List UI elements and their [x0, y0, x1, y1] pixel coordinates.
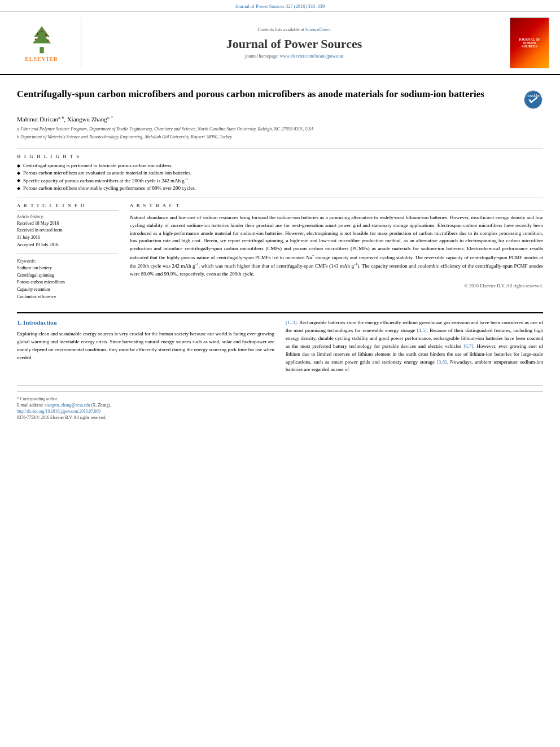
- svg-point-4: [45, 34, 46, 36]
- highlights-label: H I G H L I G H T S: [17, 154, 543, 159]
- email-line: E-mail address: xiangwu_zhang@ncsu.edu (…: [17, 403, 543, 408]
- contents-available-text: Contents lists available at ScienceDirec…: [258, 27, 331, 32]
- elsevier-logo: ELSEVIER: [19, 24, 64, 62]
- article-title-section: Centrifugally-spun carbon microfibers an…: [17, 88, 543, 110]
- keyword-3: Porous carbon microfibers: [17, 279, 119, 286]
- affiliation-a: a Fiber and Polymer Science Program, Dep…: [17, 126, 543, 133]
- journal-center-info: Contents lists available at ScienceDirec…: [87, 18, 501, 68]
- copyright-line: © 2016 Elsevier B.V. All rights reserved…: [130, 283, 543, 289]
- affiliation-b: b Department of Materials Science and Na…: [17, 134, 543, 141]
- affiliations: a Fiber and Polymer Science Program, Dep…: [17, 126, 543, 141]
- keywords-label: Keywords:: [17, 259, 119, 264]
- bullet-4: ◆: [17, 186, 20, 191]
- intro-left-col: 1. Introduction Exploring clean and sust…: [17, 319, 274, 374]
- corresponding-author-note: * Corresponding author.: [17, 396, 543, 401]
- divider-keywords: [17, 254, 119, 254]
- highlight-item-2: ◆ Porous carbon microfibers are evaluate…: [17, 170, 543, 176]
- journal-reference-bar: Journal of Power Sources 327 (2016) 333–…: [0, 0, 560, 12]
- keyword-2: Centrifugal spinning: [17, 272, 119, 279]
- highlight-item-3: ◆ Specific capacity of porous carbon mic…: [17, 177, 543, 184]
- svg-text:CrossMark: CrossMark: [524, 94, 543, 98]
- keyword-1: Sodium-ion battery: [17, 265, 119, 272]
- email-suffix: (X. Zhang).: [91, 403, 111, 408]
- received-revised: Received in revised form11 July 2016: [17, 227, 119, 242]
- author2-name: Xiangwu Zhang: [67, 116, 107, 123]
- journal-reference-text: Journal of Power Sources 327 (2016) 333–…: [235, 3, 325, 9]
- highlight-text-1: Centrifugal spinning is performed to fab…: [23, 163, 173, 168]
- svg-rect-0: [40, 47, 43, 53]
- keyword-5: Coulombic efficiency: [17, 294, 119, 301]
- abstract-column: A B S T R A C T Natural abundance and lo…: [130, 203, 543, 301]
- author2-superscript: a, *: [107, 115, 113, 120]
- sciencedirect-link[interactable]: ScienceDirect: [305, 27, 331, 32]
- ref-3-8[interactable]: [3,8]: [437, 359, 447, 365]
- article-info-column: A R T I C L E I N F O Article history: R…: [17, 203, 119, 301]
- keywords-list: Sodium-ion battery Centrifugal spinning …: [17, 265, 119, 301]
- divider-after-affiliations: [17, 148, 543, 149]
- svg-marker-2: [32, 33, 51, 43]
- article-info-abstract-section: A R T I C L E I N F O Article history: R…: [17, 203, 543, 301]
- journal-title: Journal of Power Sources: [226, 37, 362, 51]
- article-title: Centrifugally-spun carbon microfibers an…: [17, 88, 518, 101]
- ref-6-7[interactable]: [6,7]: [463, 343, 473, 349]
- issn-line: 0378-7753/© 2016 Elsevier B.V. All right…: [17, 415, 543, 420]
- affiliation-a-text: a Fiber and Polymer Science Program, Dep…: [17, 126, 313, 133]
- footer-divider: [17, 391, 543, 392]
- svg-point-7: [47, 40, 49, 41]
- author-email[interactable]: xiangwu_zhang@ncsu.edu: [45, 403, 90, 408]
- main-content: Centrifugally-spun carbon microfibers an…: [0, 75, 560, 426]
- highlights-section: H I G H L I G H T S ◆ Centrifugal spinni…: [17, 154, 543, 191]
- article-info-label: A R T I C L E I N F O: [17, 203, 119, 211]
- received-initial: Received 18 May 2016: [17, 220, 119, 228]
- footer-links: http://dx.doi.org/10.1016/j.jpowsour.201…: [17, 409, 543, 414]
- journal-cover-image: JOURNAL OFPOWERSOURCES: [510, 18, 549, 68]
- ref-4-5[interactable]: [4,5]: [417, 327, 427, 333]
- svg-point-3: [37, 33, 38, 35]
- elsevier-logo-section: ELSEVIER: [8, 18, 81, 68]
- highlight-item-4: ◆ Porous carbon microfibers show stable …: [17, 185, 543, 191]
- journal-header: ELSEVIER Contents lists available at Sci…: [0, 12, 560, 75]
- abstract-label: A B S T R A C T: [130, 203, 543, 211]
- intro-number: 1.: [17, 319, 23, 326]
- intro-right-col: [1–3]. Rechargeable batteries store the …: [286, 319, 543, 374]
- crossmark-icon[interactable]: CrossMark: [523, 90, 543, 110]
- abstract-text: Natural abundance and low cost of sodium…: [130, 214, 543, 279]
- doi-link[interactable]: http://dx.doi.org/10.1016/j.jpowsour.201…: [17, 409, 100, 414]
- intro-title: Introduction: [23, 319, 57, 326]
- elsevier-text: ELSEVIER: [25, 56, 58, 62]
- highlight-item-1: ◆ Centrifugal spinning is performed to f…: [17, 163, 543, 168]
- bullet-3: ◆: [17, 178, 20, 183]
- keyword-4: Capacity retention: [17, 286, 119, 294]
- journal-homepage: journal homepage: www.elsevier.com/locat…: [245, 54, 343, 59]
- page-wrapper: Journal of Power Sources 327 (2016) 333–…: [0, 0, 560, 747]
- highlight-text-3: Specific capacity of porous carbon micro…: [23, 177, 189, 184]
- authors-line: Mahmut Diricana, b, Xiangwu Zhanga, *: [17, 115, 543, 123]
- affiliation-b-text: b Department of Materials Science and Na…: [17, 134, 232, 141]
- bullet-1: ◆: [17, 163, 20, 168]
- keywords-section: Keywords: Sodium-ion battery Centrifugal…: [17, 259, 119, 301]
- article-history: Article history: Received 18 May 2016 Re…: [17, 214, 119, 249]
- svg-point-5: [41, 30, 42, 32]
- history-label: Article history:: [17, 214, 119, 219]
- introduction-heading: 1. Introduction: [17, 319, 274, 326]
- highlight-text-4: Porous carbon microfibers show stable cy…: [23, 185, 196, 191]
- footer-section: * Corresponding author. E-mail address: …: [17, 385, 543, 420]
- email-label: E-mail address:: [17, 403, 43, 408]
- introduction-two-col: 1. Introduction Exploring clean and sust…: [17, 319, 543, 374]
- intro-right-text: [1–3]. Rechargeable batteries store the …: [286, 319, 543, 374]
- introduction-section: 1. Introduction Exploring clean and sust…: [17, 312, 543, 374]
- bullet-2: ◆: [17, 171, 20, 176]
- journal-cover-section: JOURNAL OFPOWERSOURCES: [507, 18, 552, 68]
- highlight-text-2: Porous carbon microfibers are evaluated …: [23, 170, 191, 176]
- intro-left-text: Exploring clean and sustainable energy s…: [17, 330, 274, 362]
- accepted-date: Accepted 19 July 2016: [17, 242, 119, 249]
- svg-point-6: [34, 38, 36, 40]
- author1-superscript: a, b: [58, 115, 64, 120]
- divider-after-highlights: [17, 198, 543, 198]
- ref-1-3[interactable]: [1–3]: [286, 320, 297, 325]
- elsevier-tree-icon: [19, 24, 64, 55]
- author1-name: Mahmut Dirican: [17, 116, 58, 123]
- homepage-link[interactable]: www.elsevier.com/locate/jpowsour: [280, 54, 343, 59]
- received-date: Received 18 May 2016 Received in revised…: [17, 220, 119, 249]
